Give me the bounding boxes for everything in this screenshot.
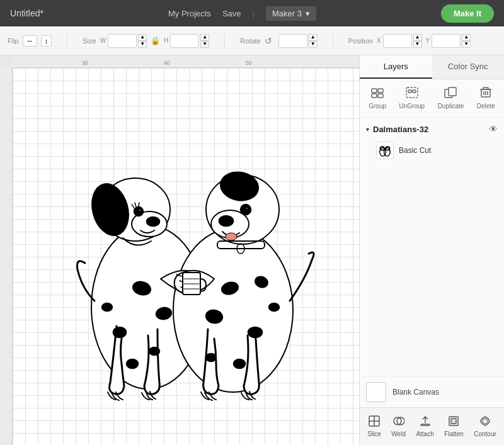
app-title: Untitled*: [10, 8, 43, 18]
delete-button[interactable]: Delete: [472, 84, 500, 112]
y-input[interactable]: [432, 34, 461, 48]
machine-name: Maker 3: [272, 9, 302, 18]
svg-rect-42: [449, 87, 456, 96]
rotate-group: Rotate ↺ ▲ ▼: [240, 34, 317, 48]
rotate-input[interactable]: [278, 34, 307, 48]
x-down[interactable]: ▼: [413, 41, 422, 48]
svg-point-4: [147, 217, 159, 226]
ruler-left: [0, 68, 13, 445]
divider-3: [333, 33, 333, 48]
header-separator: |: [253, 9, 255, 18]
x-up[interactable]: ▲: [413, 34, 422, 41]
width-input[interactable]: [108, 34, 137, 48]
tab-layers[interactable]: Layers: [360, 55, 432, 79]
rotate-down[interactable]: ▼: [309, 41, 318, 48]
panel-tabs: Layers Color Sync: [360, 55, 504, 79]
make-it-button[interactable]: Make It: [441, 4, 494, 23]
my-projects-link[interactable]: My Projects: [168, 9, 211, 18]
header-left: Untitled*: [10, 8, 43, 18]
ungroup-icon: [406, 87, 418, 101]
attach-label: Attach: [416, 431, 433, 437]
svg-point-17: [219, 216, 233, 226]
machine-selector[interactable]: Maker 3 ▾: [266, 6, 316, 21]
layer-group-name: Dalmatians-32: [373, 125, 485, 134]
height-input-pair: ▲ ▼: [170, 34, 209, 48]
duplicate-button[interactable]: Duplicate: [433, 84, 469, 112]
blank-canvas-swatch: [366, 382, 386, 402]
flatten-button[interactable]: Flatten: [440, 413, 467, 440]
slice-button[interactable]: Slice: [364, 413, 385, 440]
visibility-toggle[interactable]: 👁: [489, 124, 498, 134]
x-label: X: [377, 37, 381, 44]
height-input[interactable]: [170, 34, 199, 48]
attach-button[interactable]: Attach: [412, 413, 437, 440]
design-image[interactable]: [47, 93, 324, 420]
contour-icon: [479, 415, 491, 429]
svg-rect-58: [421, 424, 430, 425]
svg-point-50: [384, 148, 391, 156]
dalmatians-svg: [47, 93, 324, 420]
ungroup-button[interactable]: UnGroup: [394, 84, 430, 112]
save-button[interactable]: Save: [222, 9, 241, 18]
size-group: Size W ▲ ▼ 🔒 H ▲ ▼: [83, 34, 209, 48]
flip-label: Flip: [8, 37, 19, 45]
contour-button[interactable]: Contour: [470, 413, 500, 440]
svg-rect-37: [378, 94, 383, 98]
position-group: Position X ▲ ▼ Y ▲ ▼: [348, 34, 471, 48]
svg-point-6: [139, 209, 141, 211]
y-down[interactable]: ▼: [462, 41, 471, 48]
height-up[interactable]: ▲: [200, 34, 209, 41]
rotate-input-pair: ▲ ▼: [278, 34, 318, 48]
y-up[interactable]: ▲: [462, 34, 471, 41]
ruler-top: 30 40 50: [13, 55, 359, 68]
group-icon: [371, 87, 384, 101]
height-down[interactable]: ▼: [200, 41, 209, 48]
header-center: My Projects Save | Maker 3 ▾: [168, 6, 316, 21]
svg-rect-35: [378, 89, 383, 93]
slice-label: Slice: [367, 431, 381, 437]
x-input[interactable]: [383, 34, 412, 48]
divider-2: [224, 33, 225, 48]
rotate-up[interactable]: ▲: [309, 34, 318, 41]
main-area: 30 40 50: [0, 55, 504, 445]
svg-rect-60: [451, 419, 456, 424]
y-label: Y: [426, 37, 430, 44]
w-label: W: [100, 37, 106, 44]
group-button[interactable]: Group: [364, 84, 391, 112]
canvas-area[interactable]: 30 40 50: [0, 55, 359, 445]
svg-point-11: [149, 347, 159, 355]
width-input-pair: ▲ ▼: [108, 34, 147, 48]
delete-icon: [480, 87, 491, 101]
svg-point-19: [246, 207, 248, 210]
bottom-toolbar: Slice Weld: [360, 407, 504, 445]
layer-group-arrow[interactable]: ▾: [366, 126, 369, 133]
position-label: Position: [348, 37, 373, 45]
layer-item-basic-cut[interactable]: Basic Cut: [360, 138, 504, 163]
width-up[interactable]: ▲: [138, 34, 147, 41]
svg-point-28: [269, 303, 279, 311]
y-input-pair: ▲ ▼: [432, 34, 471, 48]
rotate-icon: ↺: [265, 36, 272, 46]
weld-button[interactable]: Weld: [387, 413, 410, 440]
svg-point-24: [248, 327, 262, 337]
x-input-pair: ▲ ▼: [383, 34, 422, 48]
layer-name-basic-cut: Basic Cut: [399, 146, 431, 155]
svg-rect-36: [372, 94, 377, 98]
canvas-grid[interactable]: [13, 68, 359, 445]
y-spinners: ▲ ▼: [462, 34, 471, 48]
lock-icon[interactable]: 🔒: [151, 37, 160, 45]
width-down[interactable]: ▼: [138, 41, 147, 48]
duplicate-icon: [444, 87, 457, 101]
contour-label: Contour: [474, 431, 496, 437]
ruler-mark-40: 40: [164, 60, 170, 66]
tab-color-sync[interactable]: Color Sync: [432, 55, 505, 79]
ruler-mark-50: 50: [246, 60, 252, 66]
layer-group-dalmatians[interactable]: ▾ Dalmatians-32 👁: [360, 120, 504, 138]
flip-h-button[interactable]: ↔: [23, 35, 37, 47]
svg-point-26: [234, 359, 245, 368]
flip-v-button[interactable]: ↕: [41, 35, 52, 47]
size-label: Size: [83, 37, 96, 45]
ungroup-label: UnGroup: [399, 103, 425, 110]
width-spinners: ▲ ▼: [138, 34, 147, 48]
svg-point-20: [226, 233, 237, 240]
